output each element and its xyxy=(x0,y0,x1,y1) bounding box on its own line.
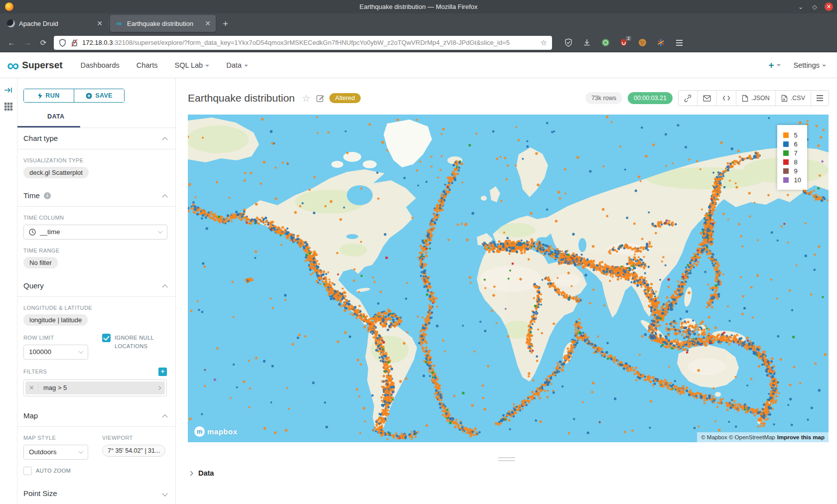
data-results-toggle[interactable]: Data xyxy=(189,469,837,477)
ignore-null-checkbox-row[interactable]: IGNORE NULLLOCATIONS xyxy=(102,334,154,351)
tab-earthquake-distribution[interactable]: ∞ Earthquake distribution ✕ xyxy=(110,15,216,32)
improve-map-link[interactable]: Improve this map xyxy=(777,434,825,440)
ublock-icon[interactable]: 2 xyxy=(619,38,628,47)
chart-title: Earthquake distribution xyxy=(188,92,295,104)
viz-type-label: VISUALIZATION TYPE xyxy=(23,157,167,163)
add-new-button[interactable]: + xyxy=(768,60,780,71)
add-filter-button[interactable]: + xyxy=(158,368,167,376)
code-icon xyxy=(722,95,730,101)
section-query[interactable]: Query xyxy=(23,275,167,296)
legend-item: 7 xyxy=(783,149,801,157)
caret-down-icon xyxy=(244,65,248,67)
edit-properties-icon[interactable] xyxy=(316,94,324,102)
viewport-value[interactable]: 7° 35' 54.02" | 31... xyxy=(102,445,165,457)
checkbox-checked-icon[interactable] xyxy=(102,334,111,342)
tab-label: Apache Druid xyxy=(19,20,94,27)
minimize-icon[interactable]: ⌄ xyxy=(797,3,805,10)
legend-item: 8 xyxy=(783,158,801,166)
auto-zoom-checkbox-row[interactable]: AUTO ZOOM xyxy=(23,467,102,475)
clock-icon xyxy=(29,229,36,236)
favorite-star-icon[interactable]: ☆ xyxy=(302,93,310,104)
superset-logo[interactable]: ∞ Superset xyxy=(7,58,63,73)
tracking-shield-icon[interactable] xyxy=(564,38,573,47)
shield-icon[interactable] xyxy=(59,39,66,47)
new-tab-button[interactable]: + xyxy=(223,18,228,29)
nav-sql-lab[interactable]: SQL Lab xyxy=(174,61,209,69)
row-limit-label: ROW LIMIT xyxy=(23,335,102,341)
remove-filter-icon[interactable]: ✕ xyxy=(25,384,38,391)
section-time[interactable]: Timei xyxy=(23,185,167,206)
nav-charts[interactable]: Charts xyxy=(137,61,158,69)
altered-badge: Altered xyxy=(329,93,361,103)
cookie-icon[interactable] xyxy=(638,38,647,47)
filter-chip[interactable]: ✕ mag > 5 xyxy=(25,381,165,394)
tab-separator xyxy=(109,18,109,28)
url-toolbar: ← → ⟳ 172.18.0.3:32108/superset/explore/… xyxy=(0,33,837,52)
chevron-up-icon xyxy=(162,194,167,200)
chart-menu-button[interactable] xyxy=(811,91,829,106)
tab-close-icon[interactable]: ✕ xyxy=(205,19,211,27)
tab-label: Earthquake distribution xyxy=(127,20,202,27)
time-range-label: TIME RANGE xyxy=(23,248,167,253)
export-csv-button[interactable]: .CSV xyxy=(775,91,811,106)
run-button[interactable]: RUN xyxy=(24,89,74,102)
tab-apache-druid[interactable]: Apache Druid ✕ xyxy=(2,15,108,32)
embed-code-button[interactable] xyxy=(716,91,736,106)
checkbox-empty-icon[interactable] xyxy=(23,467,32,475)
legend-swatch xyxy=(783,141,789,147)
close-icon[interactable]: ✕ xyxy=(825,2,833,11)
viz-type-value[interactable]: deck.gl Scatterplot xyxy=(23,167,89,178)
expand-filter-icon[interactable] xyxy=(153,386,165,389)
reload-icon[interactable]: ⟳ xyxy=(39,38,48,47)
chevron-up-icon xyxy=(162,137,167,142)
email-button[interactable] xyxy=(697,91,716,106)
row-limit-select[interactable]: 100000 xyxy=(23,345,88,360)
settings-menu[interactable]: Settings xyxy=(794,61,826,69)
file-icon xyxy=(742,95,748,102)
section-map[interactable]: Map xyxy=(23,405,167,426)
lonlat-value[interactable]: longitude | latitude xyxy=(23,314,88,326)
deckgl-map[interactable]: 5 6 7 8 9 10 m mapbox © Mapbox © OpenStr… xyxy=(188,115,829,442)
dataset-grid-icon[interactable] xyxy=(4,102,13,111)
window-title: Earthquake distribution — Mozilla Firefo… xyxy=(0,3,837,10)
nav-dashboards[interactable]: Dashboards xyxy=(81,61,120,69)
section-point-size[interactable]: Point Size xyxy=(23,483,167,504)
tab-data[interactable]: DATA xyxy=(23,113,167,127)
forward-icon[interactable]: → xyxy=(23,38,32,47)
map-style-label: MAP STYLE xyxy=(23,435,102,441)
time-column-label: TIME COLUMN xyxy=(23,215,167,221)
info-icon: i xyxy=(44,192,51,199)
legend-item: 6 xyxy=(783,140,801,148)
plus-circle-icon xyxy=(86,93,92,99)
export-json-button[interactable]: .JSON xyxy=(736,91,775,106)
legend-swatch xyxy=(783,177,789,183)
maximize-icon[interactable]: ◇ xyxy=(811,3,819,10)
download-icon[interactable] xyxy=(582,38,591,47)
mapbox-logo[interactable]: m mapbox xyxy=(194,426,238,437)
share-link-button[interactable] xyxy=(679,91,697,106)
tab-close-icon[interactable]: ✕ xyxy=(97,19,103,27)
save-button[interactable]: SAVE xyxy=(74,89,124,102)
bookmark-star-icon[interactable]: ☆ xyxy=(541,38,547,47)
map-style-select[interactable]: Outdoors xyxy=(23,445,88,460)
chevron-down-icon xyxy=(162,491,167,496)
collapse-panel-icon[interactable] xyxy=(4,86,13,94)
nav-data[interactable]: Data xyxy=(226,61,248,69)
extension-green-icon[interactable] xyxy=(601,38,610,47)
url-field[interactable]: 172.18.0.3:32108/superset/explore/?form_… xyxy=(54,36,552,50)
panel-drag-handle[interactable] xyxy=(498,457,515,461)
extension-color-icon[interactable] xyxy=(656,38,665,47)
url-text[interactable]: 172.18.0.3:32108/superset/explore/?form_… xyxy=(82,39,538,46)
section-chart-type[interactable]: Chart type xyxy=(23,128,167,149)
window-titlebar: Earthquake distribution — Mozilla Firefo… xyxy=(0,0,837,13)
caret-down-icon xyxy=(822,65,826,67)
lock-slash-icon[interactable] xyxy=(71,39,78,47)
back-icon[interactable]: ← xyxy=(7,38,16,47)
caret-down-icon xyxy=(777,64,781,66)
menu-icon[interactable] xyxy=(675,38,684,47)
legend-item: 9 xyxy=(783,167,801,175)
time-range-value[interactable]: No filter xyxy=(23,257,58,268)
time-column-value: __time xyxy=(40,228,60,236)
chevron-down-icon xyxy=(79,349,84,354)
time-column-select[interactable]: __time xyxy=(23,225,167,240)
